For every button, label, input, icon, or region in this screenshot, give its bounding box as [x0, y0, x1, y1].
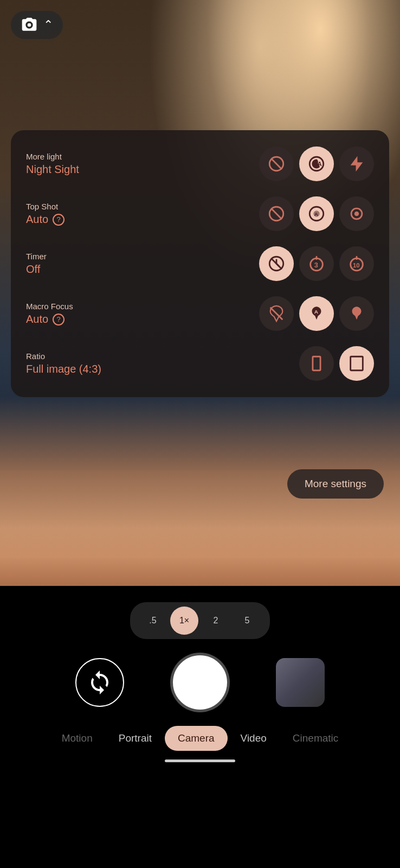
- svg-text:A: A: [317, 161, 321, 167]
- zoom-1x-btn[interactable]: 1×: [170, 607, 198, 635]
- svg-text:A: A: [314, 309, 318, 315]
- macro-on-btn[interactable]: [339, 296, 374, 331]
- macro-help-icon[interactable]: ?: [53, 314, 64, 326]
- macro-title: Macro Focus: [26, 302, 259, 311]
- top-shot-help-icon[interactable]: ?: [53, 214, 64, 226]
- mode-motion[interactable]: Motion: [49, 726, 106, 751]
- macro-on-icon: [347, 304, 366, 323]
- setting-label-timer: Timer Off: [26, 252, 259, 276]
- setting-row-macro: Macro Focus Auto ? A: [26, 296, 374, 331]
- more-light-title: More light: [26, 152, 259, 161]
- shutter-button[interactable]: [173, 655, 227, 710]
- gallery-thumbnail: [276, 658, 325, 707]
- zoom-05-btn[interactable]: .5: [139, 607, 167, 635]
- zoom-2x-btn[interactable]: 2: [202, 607, 230, 635]
- cancel-circle-icon-2: [267, 205, 286, 223]
- camera-settings-icon: [21, 16, 38, 34]
- timer-off-icon: [267, 254, 286, 273]
- ratio-portrait-icon: [307, 354, 326, 373]
- svg-point-0: [28, 23, 31, 27]
- setting-row-timer: Timer Off 3: [26, 246, 374, 281]
- more-light-value: Night Sight: [26, 163, 259, 176]
- more-light-options: A: [259, 146, 374, 181]
- timer-options: 3 10: [259, 246, 374, 281]
- svg-text:3: 3: [314, 261, 318, 269]
- ratio-full-btn[interactable]: [339, 346, 374, 381]
- zoom-5x-btn[interactable]: 5: [233, 607, 261, 635]
- top-shot-auto-btn[interactable]: A: [299, 196, 334, 231]
- top-shot-off-btn[interactable]: [259, 196, 294, 231]
- night-sight-flash-btn[interactable]: [339, 146, 374, 181]
- setting-row-ratio: Ratio Full image (4:3): [26, 346, 374, 381]
- timer-3s-icon: 3: [307, 254, 326, 273]
- svg-line-6: [271, 208, 282, 219]
- top-shot-auto-icon: A: [307, 205, 326, 223]
- top-shot-options: A: [259, 196, 374, 231]
- cancel-circle-icon: [267, 155, 286, 173]
- top-shot-value: Auto ?: [26, 213, 259, 226]
- svg-point-11: [354, 212, 359, 216]
- setting-label-ratio: Ratio Full image (4:3): [26, 352, 299, 375]
- timer-value: Off: [26, 263, 259, 276]
- macro-off-btn[interactable]: [259, 296, 294, 331]
- shutter-row: [0, 655, 400, 710]
- mode-portrait[interactable]: Portrait: [106, 726, 165, 751]
- mode-bar: Motion Portrait Camera Video Cinematic: [0, 726, 400, 751]
- timer-10s-btn[interactable]: 10: [339, 246, 374, 281]
- mode-cinematic[interactable]: Cinematic: [280, 726, 351, 751]
- timer-title: Timer: [26, 252, 259, 261]
- svg-text:A: A: [314, 211, 318, 217]
- night-sight-off-btn[interactable]: [259, 146, 294, 181]
- settings-pill[interactable]: ⌃: [11, 11, 63, 39]
- setting-label-macro: Macro Focus Auto ?: [26, 302, 259, 326]
- ratio-options: [299, 346, 374, 381]
- timer-10s-icon: 10: [347, 254, 366, 273]
- top-shot-title: Top Shot: [26, 202, 259, 211]
- night-sight-auto-btn[interactable]: A: [299, 146, 334, 181]
- flip-camera-icon: [87, 669, 113, 695]
- setting-label-more-light: More light Night Sight: [26, 152, 259, 176]
- setting-label-top-shot: Top Shot Auto ?: [26, 202, 259, 226]
- svg-marker-4: [351, 156, 363, 171]
- svg-rect-22: [313, 356, 320, 371]
- macro-value: Auto ?: [26, 313, 259, 326]
- settings-panel: More light Night Sight A Top Shot: [11, 130, 389, 397]
- chevron-up-icon: ⌃: [43, 18, 53, 32]
- macro-options: A: [259, 296, 374, 331]
- svg-line-2: [271, 158, 282, 169]
- timer-3s-btn[interactable]: 3: [299, 246, 334, 281]
- top-bar: ⌃: [11, 11, 63, 39]
- macro-auto-icon: A: [307, 304, 326, 323]
- ratio-title: Ratio: [26, 352, 299, 361]
- macro-off-icon: [267, 304, 286, 323]
- zoom-bar: .5 1× 2 5: [130, 602, 270, 639]
- more-settings-button[interactable]: More settings: [287, 469, 384, 499]
- mode-camera[interactable]: Camera: [165, 726, 228, 751]
- svg-rect-23: [351, 356, 363, 371]
- top-shot-burst-btn[interactable]: [339, 196, 374, 231]
- ratio-value: Full image (4:3): [26, 363, 299, 375]
- burst-icon: [347, 205, 366, 223]
- svg-text:10: 10: [353, 262, 360, 269]
- macro-auto-btn[interactable]: A: [299, 296, 334, 331]
- setting-row-more-light: More light Night Sight A: [26, 146, 374, 181]
- moon-a-icon: A: [307, 155, 326, 173]
- mode-video[interactable]: Video: [228, 726, 280, 751]
- flip-camera-btn[interactable]: [75, 658, 124, 707]
- home-indicator: [165, 760, 235, 762]
- setting-row-top-shot: Top Shot Auto ? A: [26, 196, 374, 231]
- timer-off-btn[interactable]: [259, 246, 294, 281]
- gallery-button[interactable]: [276, 658, 325, 707]
- bottom-area: .5 1× 2 5 Motion Portrait C: [0, 586, 400, 868]
- ratio-portrait-btn[interactable]: [299, 346, 334, 381]
- ratio-full-icon: [347, 354, 366, 373]
- flash-icon: [347, 155, 366, 173]
- svg-line-20: [270, 308, 283, 320]
